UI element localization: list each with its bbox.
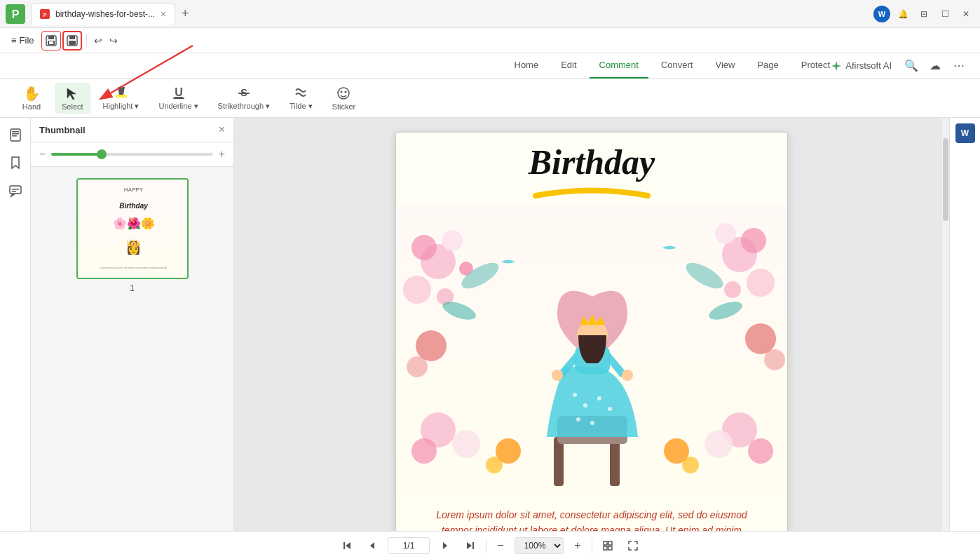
next-page-button[interactable] — [435, 536, 455, 555]
zoom-select[interactable]: 100% 75% 125% 150% — [515, 537, 564, 554]
comments-icon-button[interactable] — [4, 180, 27, 202]
zoom-track — [51, 153, 100, 156]
notification-bell[interactable]: 🔔 — [894, 6, 911, 22]
scrollbar-track[interactable] — [942, 118, 949, 531]
svg-point-14 — [120, 86, 123, 88]
thumbnail-content: HAPPY Birthday 🌸🌺🌼 👸 Lorem ipsum dolor s… — [31, 167, 233, 531]
svg-point-60 — [608, 407, 612, 411]
svg-rect-23 — [12, 131, 19, 133]
more-options-button[interactable]: ⋯ — [949, 56, 969, 76]
svg-point-38 — [747, 269, 775, 297]
zoom-in-button-bottom[interactable]: + — [569, 537, 586, 554]
zoom-controls: − + — [31, 142, 233, 167]
fullscreen-button[interactable] — [623, 536, 643, 555]
panel-close-button[interactable]: × — [219, 123, 225, 136]
bookmark-icon-button[interactable] — [4, 151, 27, 174]
page-input[interactable] — [388, 537, 430, 554]
pdf-page: Birthday — [395, 132, 788, 531]
redo-button[interactable]: ↪ — [107, 32, 121, 49]
svg-rect-71 — [343, 542, 345, 549]
zoom-out-button-bottom[interactable]: − — [492, 537, 509, 554]
pages-icon-button[interactable] — [4, 123, 27, 146]
zoom-thumb — [97, 149, 107, 159]
sticker-tool[interactable]: Sticker — [325, 83, 363, 114]
svg-rect-28 — [12, 191, 16, 192]
svg-marker-73 — [370, 542, 374, 549]
save-button[interactable] — [41, 31, 61, 50]
flower-decoration — [396, 206, 788, 500]
strikethrough-tool[interactable]: S Strikethrough ▾ — [211, 82, 277, 114]
nav-view[interactable]: View — [705, 53, 744, 79]
zoom-out-button[interactable]: − — [39, 148, 46, 161]
strikethrough-icon: S — [236, 85, 252, 100]
zoom-slider[interactable] — [51, 153, 212, 156]
svg-rect-22 — [11, 129, 20, 141]
tab-close-button[interactable]: × — [161, 8, 166, 20]
ai-button[interactable]: Afirstsoft AI — [824, 57, 897, 75]
hand-tool[interactable]: ✋ Hand — [14, 83, 49, 114]
ai-sparkle-icon — [830, 60, 843, 72]
scrollbar-thumb[interactable] — [943, 138, 948, 221]
minimize-button[interactable]: ⊟ — [916, 6, 932, 22]
panel-title: Thumbnail — [39, 125, 86, 135]
svg-point-30 — [411, 235, 437, 260]
nav-comment[interactable]: Comment — [590, 53, 648, 79]
close-button[interactable]: ✕ — [958, 6, 974, 22]
comments-icon — [8, 184, 22, 198]
last-page-button[interactable] — [461, 536, 480, 555]
highlight-tool[interactable]: Highlight ▾ — [96, 82, 147, 114]
svg-rect-9 — [69, 36, 75, 39]
separator-bottom-1 — [486, 539, 486, 553]
fit-page-button[interactable] — [598, 536, 618, 555]
select-tool[interactable]: Select — [55, 83, 90, 114]
svg-point-65 — [552, 370, 563, 381]
tab-title: birthday-wishes-for-best-... — [55, 9, 155, 19]
new-tab-button[interactable]: + — [175, 4, 195, 24]
first-page-button[interactable] — [337, 536, 357, 555]
svg-point-32 — [403, 276, 431, 304]
save-alt-button[interactable] — [62, 31, 82, 50]
svg-point-48 — [748, 438, 773, 464]
nav-home[interactable]: Home — [505, 53, 549, 79]
svg-rect-5 — [48, 36, 54, 39]
undo-button[interactable]: ↩ — [91, 32, 105, 49]
svg-rect-77 — [604, 541, 607, 545]
svg-point-43 — [764, 349, 785, 370]
svg-rect-13 — [116, 95, 127, 97]
hamburger-menu[interactable]: ≡ File — [6, 32, 40, 48]
maximize-button[interactable]: ☐ — [937, 6, 953, 22]
word-button[interactable]: W — [955, 123, 975, 143]
prev-page-button[interactable] — [362, 536, 382, 555]
decoration-swoosh — [396, 182, 787, 206]
nav-edit[interactable]: Edit — [551, 53, 586, 79]
tab-birthday[interactable]: P birthday-wishes-for-best-... × — [31, 3, 175, 25]
underline-tool[interactable]: U Underline ▾ — [151, 82, 205, 114]
comment-toolbar: ✋ Hand Select Highlight ▾ U Underline ▾ … — [0, 79, 980, 118]
svg-text:U: U — [175, 86, 183, 98]
svg-point-49 — [705, 430, 733, 458]
page-input-wrapper — [388, 537, 430, 554]
thumbnail-panel: Thumbnail × − + HAPPY Birthday 🌸🌺🌼 👸 Lo — [31, 118, 234, 531]
nav-page[interactable]: Page — [747, 53, 788, 79]
user-avatar[interactable]: W — [873, 6, 890, 22]
main-content[interactable]: Birthday — [234, 118, 949, 531]
thumbnail-page-number: 1 — [130, 283, 135, 293]
birthday-title: Birthday — [396, 133, 787, 185]
svg-rect-24 — [12, 133, 19, 135]
nav-bar: Home Edit Comment Convert View Page Prot… — [0, 53, 980, 79]
svg-point-62 — [590, 421, 594, 425]
svg-rect-78 — [608, 541, 612, 545]
svg-point-58 — [583, 403, 587, 408]
svg-point-39 — [724, 281, 741, 298]
svg-point-52 — [682, 258, 727, 294]
search-button[interactable]: 🔍 — [901, 56, 921, 76]
zoom-in-button[interactable]: + — [219, 148, 225, 161]
svg-text:S: S — [240, 86, 247, 98]
thumbnail-page-1[interactable]: HAPPY Birthday 🌸🌺🌼 👸 Lorem ipsum dolor s… — [76, 178, 189, 279]
right-sidebar: W — [949, 118, 980, 531]
cloud-button[interactable]: ☁ — [925, 56, 945, 76]
nav-convert[interactable]: Convert — [651, 53, 703, 79]
tilde-tool[interactable]: Tilde ▾ — [283, 82, 320, 114]
thumbnail-image: HAPPY Birthday 🌸🌺🌼 👸 Lorem ipsum dolor s… — [78, 180, 189, 278]
title-bar: P P birthday-wishes-for-best-... × + W 🔔… — [0, 0, 980, 28]
